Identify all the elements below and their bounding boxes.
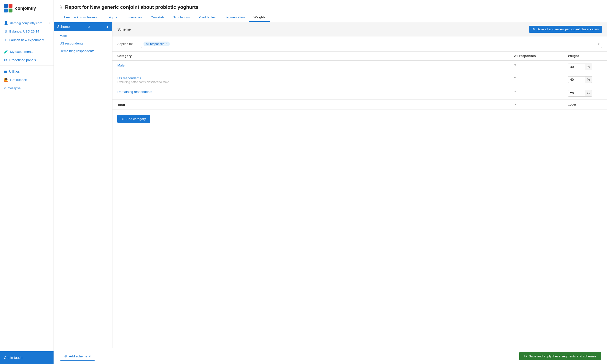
tab-pivot-tables[interactable]: Pivot tables — [194, 13, 220, 22]
get-in-touch-button[interactable]: Get in touch — [0, 351, 53, 364]
utilities-icon: ☰ — [4, 69, 7, 73]
sidebar-collapse-label: Collapse — [8, 86, 21, 90]
remaining-weight-input[interactable] — [568, 90, 585, 97]
tab-crosstab[interactable]: Crosstab — [146, 13, 168, 22]
add-category-label: Add category — [126, 117, 146, 121]
content-area: Scheme ...3 ▲ Male US respondents Remain… — [54, 22, 607, 348]
logo-sq-red — [9, 4, 13, 8]
save-review-icon: ⊕ — [532, 27, 535, 31]
tab-insights[interactable]: Insights — [101, 13, 121, 22]
panels-icon: 🗂 — [4, 58, 7, 62]
table-row: Remaining respondents ? % — [113, 87, 607, 100]
tab-feedback-from-testers[interactable]: Feedback from testers — [60, 13, 101, 22]
total-weight-value: 100% — [568, 103, 576, 107]
sidebar-item-user[interactable]: 👤 demo@conjointly.com ‹ — [0, 19, 53, 27]
tab-timeseries[interactable]: Timeseries — [121, 13, 146, 22]
scheme-sub-item-male[interactable]: Male — [54, 32, 112, 39]
us-category-name: US respondents — [117, 76, 504, 80]
scheme-label: Scheme — [57, 25, 70, 29]
applies-to-select[interactable]: All responses × ▾ — [141, 40, 602, 48]
sidebar-support-label: Get support — [10, 78, 27, 82]
us-responses-value: ? — [514, 76, 516, 80]
tab-bar: Feedback from testers Insights Timeserie… — [60, 13, 601, 22]
male-weight-input[interactable] — [568, 64, 585, 70]
user-icon: 👤 — [4, 21, 8, 25]
logo-text: conjointly — [15, 6, 36, 11]
experiments-icon: 🧪 — [4, 50, 8, 53]
left-panel: Scheme ...3 ▲ Male US respondents Remain… — [54, 22, 113, 348]
total-responses-value: ? — [514, 103, 516, 107]
row-us-category: US respondents Excluding patticipants cl… — [113, 73, 509, 87]
sidebar-myexp-label: My experiments — [10, 50, 33, 53]
logo-sq-blue-bot — [4, 9, 8, 13]
add-category-icon: ⊕ — [122, 117, 125, 121]
support-icon: 🙋 — [4, 78, 8, 82]
male-category-name: Male — [117, 64, 504, 67]
us-category-sub: Excluding patticipants classified to Mal… — [117, 80, 504, 84]
sidebar-item-collapse[interactable]: « Collapse — [0, 84, 53, 92]
scheme-count: ...3 — [86, 25, 90, 29]
row-remaining-responses: ? — [509, 87, 563, 100]
sidebar-item-launch[interactable]: ＋ Launch new experiment — [0, 36, 53, 44]
add-scheme-button[interactable]: ⊕ Add scheme ▾ — [60, 352, 95, 361]
all-responses-tag-text: All responses — [146, 42, 164, 46]
tab-segmentation[interactable]: Segmentation — [220, 13, 249, 22]
save-review-button[interactable]: ⊕ Save all and review participant classi… — [529, 26, 602, 33]
total-row: Total ? 100% — [113, 100, 607, 110]
row-us-responses: ? — [509, 73, 563, 87]
scheme-header[interactable]: Scheme ...3 ▲ — [54, 22, 112, 31]
sidebar-item-balance[interactable]: 🖥 Balance: USD 26.14 — [0, 27, 53, 36]
table-header-row: Category All responses Weight — [113, 52, 607, 60]
weights-table: Category All responses Weight Male — [113, 52, 607, 110]
save-apply-icon: ✂ — [524, 354, 527, 358]
tag-remove-icon[interactable]: × — [166, 42, 168, 46]
report-icon: ⚕ — [60, 4, 63, 10]
us-weight-input-wrap: % — [568, 76, 602, 83]
row-male-weight: % — [563, 60, 607, 73]
sidebar-launch-label: Launch new experiment — [9, 38, 44, 42]
sidebar-item-my-experiments[interactable]: 🧪 My experiments — [0, 47, 53, 56]
male-responses-value: ? — [514, 64, 516, 67]
col-all-responses: All responses — [509, 52, 563, 60]
sidebar-footer: Get in touch — [0, 351, 53, 364]
total-label: Total — [113, 100, 509, 110]
remaining-weight-input-wrap: % — [568, 90, 602, 97]
tab-simulations[interactable]: Simulations — [168, 13, 194, 22]
sidebar-item-utilities[interactable]: ☰ Utilities ‹ — [0, 67, 53, 76]
header: ⚕ Report for New generic conjoint about … — [54, 0, 607, 22]
row-male-responses: ? — [509, 60, 563, 73]
save-apply-label: Save and apply these segments and scheme… — [529, 354, 596, 358]
scheme-content: Scheme ⊕ Save all and review participant… — [113, 22, 607, 348]
scheme-sub-item-us-respondents[interactable]: US respondents — [54, 39, 112, 47]
plus-icon: ＋ — [4, 38, 7, 42]
sidebar-item-get-support[interactable]: 🙋 Get support — [0, 76, 53, 84]
total-responses: ? — [509, 100, 563, 110]
row-male-category: Male — [113, 60, 509, 73]
page-title-row: ⚕ Report for New generic conjoint about … — [60, 4, 601, 10]
col-weight: Weight — [563, 52, 607, 60]
sidebar-item-predefined-panels[interactable]: 🗂 Predefined panels — [0, 56, 53, 64]
sidebar-divider-2 — [0, 65, 53, 66]
us-weight-input[interactable] — [568, 76, 585, 83]
user-chevron-icon: ‹ — [49, 22, 50, 25]
add-scheme-chevron-icon: ▾ — [89, 354, 91, 358]
sidebar-utilities-label: Utilities — [9, 70, 20, 73]
add-category-button[interactable]: ⊕ Add category — [117, 115, 150, 123]
total-weight: 100% — [563, 100, 607, 110]
scheme-sub-item-remaining-respondents[interactable]: Remaining respondents — [54, 47, 112, 55]
applies-to-label: Applies to: — [117, 42, 137, 46]
sidebar-divider-1 — [0, 46, 53, 46]
save-apply-button[interactable]: ✂ Save and apply these segments and sche… — [519, 352, 601, 360]
remaining-category-name: Remaining respondents — [117, 90, 504, 94]
row-remaining-category: Remaining respondents — [113, 87, 509, 100]
applies-to-row: Applies to: All responses × ▾ — [113, 36, 607, 52]
scheme-sub-items: Male US respondents Remaining respondent… — [54, 31, 112, 56]
tab-weights[interactable]: Weights — [249, 13, 270, 22]
sidebar: conjointly 👤 demo@conjointly.com ‹ 🖥 Bal… — [0, 0, 54, 364]
add-scheme-label: Add scheme — [69, 354, 87, 358]
utilities-chevron-icon: ‹ — [49, 70, 50, 73]
sidebar-panels-label: Predefined panels — [9, 58, 36, 62]
us-pct-label: % — [585, 76, 592, 83]
save-review-label: Save all and review participant classifi… — [537, 27, 599, 31]
remaining-responses-value: ? — [514, 90, 516, 94]
